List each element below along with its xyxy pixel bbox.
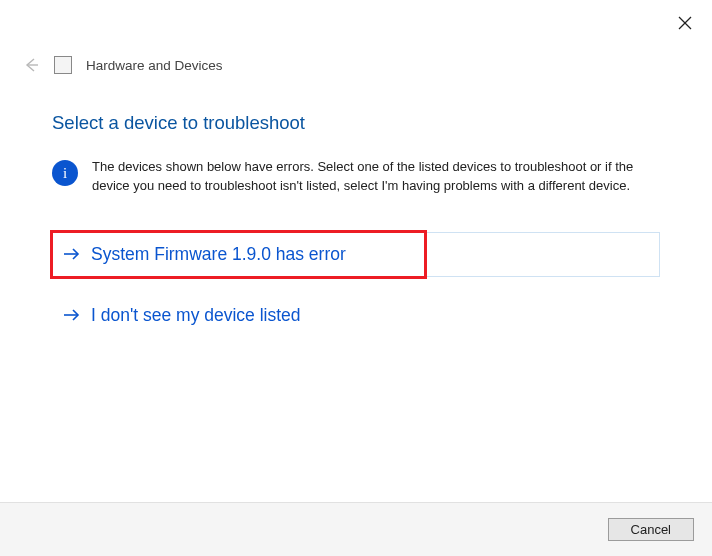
arrow-right-icon [63, 245, 81, 263]
option-system-firmware[interactable]: System Firmware 1.9.0 has error [52, 232, 660, 277]
info-icon: i [52, 160, 78, 186]
option-device-not-listed[interactable]: I don't see my device listed [52, 293, 660, 338]
close-button[interactable] [678, 16, 692, 30]
header-row: Hardware and Devices [0, 0, 712, 74]
arrow-right-icon [63, 306, 81, 324]
content-area: Select a device to troubleshoot i The de… [0, 74, 712, 338]
footer: Cancel [0, 502, 712, 556]
device-icon [54, 56, 72, 74]
page-heading: Select a device to troubleshoot [52, 112, 660, 134]
cancel-button[interactable]: Cancel [608, 518, 694, 541]
option-label: I don't see my device listed [91, 305, 301, 326]
info-row: i The devices shown below have errors. S… [52, 158, 660, 196]
back-arrow-icon [22, 56, 40, 74]
close-icon [678, 16, 692, 30]
option-label: System Firmware 1.9.0 has error [91, 244, 346, 265]
header-title: Hardware and Devices [86, 58, 223, 73]
info-text: The devices shown below have errors. Sel… [92, 158, 660, 196]
